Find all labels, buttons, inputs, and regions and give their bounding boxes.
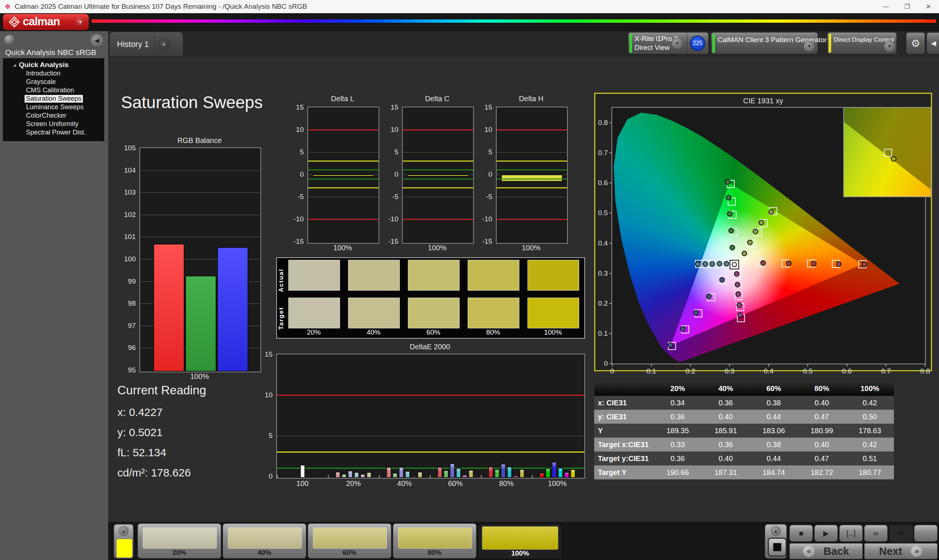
table-value-cell: 178.63 bbox=[846, 424, 894, 438]
bottom-bar: ▲ 20%40%60%80%100% ▲ ■▶[‥]∞⟳ « Back Next… bbox=[108, 522, 939, 560]
cie-measured-cyan bbox=[724, 261, 729, 266]
table-value-cell: 0.44 bbox=[750, 410, 798, 424]
top-strip: calman ▼ bbox=[0, 13, 939, 31]
close-button[interactable]: ✕ bbox=[918, 0, 939, 13]
delta_l-ytick-label: 0 bbox=[288, 171, 304, 178]
range-button[interactable]: [‥] bbox=[839, 525, 863, 542]
sidebar-item-saturation-sweeps[interactable]: Saturation Sweeps bbox=[3, 95, 104, 103]
logo-dropdown-icon[interactable]: ▼ bbox=[76, 17, 85, 27]
deltae-group-20% bbox=[328, 354, 379, 478]
sidebar-item-label: CMS Calibration bbox=[25, 86, 76, 94]
current-reading-y: y: 0.5021 bbox=[117, 426, 162, 439]
deltae-group-label: 100% bbox=[532, 479, 583, 488]
left-sidebar: ◀ Quick Analysis NBC sRGB ◢Quick Analysi… bbox=[0, 31, 108, 560]
sidebar-handle-icon[interactable] bbox=[5, 35, 15, 45]
delta_h-ytick-label: 0 bbox=[476, 171, 492, 178]
add-tab-button[interactable]: + bbox=[157, 38, 171, 51]
cie-ytick-label: 0.8 bbox=[593, 119, 608, 127]
settings-gear-button[interactable]: ⚙ bbox=[906, 32, 925, 54]
deltae-bar bbox=[341, 474, 347, 478]
blank-button[interactable] bbox=[914, 525, 937, 542]
collapse-sidebar-button[interactable]: ◀ bbox=[91, 34, 103, 46]
pattern-chip-20% bbox=[143, 528, 217, 549]
sidebar-item-screen-uniformity[interactable]: Screen Uniformity bbox=[3, 120, 104, 128]
sidebar-item-colorchecker[interactable]: ColorChecker bbox=[3, 111, 104, 120]
expand-transport-button[interactable]: ▲ bbox=[771, 526, 781, 536]
table-header-cell: 20% bbox=[654, 381, 702, 396]
deltae-bar bbox=[348, 471, 353, 478]
sidebar-item-label: Luminance Sweeps bbox=[25, 103, 85, 111]
sidebar-item-grayscale[interactable]: Grayscale bbox=[3, 78, 104, 86]
pattern-button-40%[interactable]: 40% bbox=[223, 523, 306, 558]
next-button[interactable]: Next » bbox=[864, 543, 937, 559]
pattern-button-80%[interactable]: 80% bbox=[393, 523, 476, 558]
sidebar-item-luminance-sweeps[interactable]: Luminance Sweeps bbox=[3, 103, 104, 111]
current-pattern-swatch[interactable] bbox=[116, 538, 133, 558]
restore-button[interactable]: ❐ bbox=[896, 0, 918, 13]
tab-history-1[interactable]: History 1 + bbox=[110, 32, 183, 56]
rgb-balance-x-label: 100% bbox=[139, 372, 260, 381]
pattern-button-label: 80% bbox=[393, 549, 476, 557]
deltae-group-100 bbox=[277, 354, 328, 478]
table-row: x: CIE310.340.360.380.400.42 bbox=[594, 396, 894, 410]
meter-dropdown[interactable]: X-Rite i1Pro 2 Direct View ▼ 225 bbox=[628, 32, 709, 54]
calman-menu-button[interactable]: calman ▼ bbox=[3, 14, 89, 30]
cie-ytick-label: 0.3 bbox=[593, 269, 608, 277]
next-label: Next bbox=[879, 545, 902, 557]
target-swatch-20% bbox=[288, 298, 340, 328]
sidebar-item-label: Saturation Sweeps bbox=[25, 95, 83, 103]
display-control-dropdown-icon[interactable]: ▼ bbox=[884, 41, 895, 52]
pattern-button-label: 100% bbox=[478, 549, 562, 557]
deltae-group-40% bbox=[379, 354, 430, 478]
delta_l-red-limit-line bbox=[308, 219, 379, 220]
swatch-column-label: 100% bbox=[527, 328, 578, 337]
rgb-ytick-label: 105 bbox=[120, 144, 136, 152]
display-control-dropdown[interactable]: Direct Display Control ▼ bbox=[827, 32, 897, 54]
delta_c-green-limit-line bbox=[403, 178, 473, 180]
pattern-button-100%[interactable]: 100% bbox=[478, 523, 562, 559]
loop-button[interactable]: ∞ bbox=[864, 525, 888, 542]
pattern-generator-dropdown-icon[interactable]: ▼ bbox=[804, 41, 815, 52]
table-value-cell: 0.40 bbox=[702, 452, 750, 465]
table-row: Y189.35185.91183.06180.99178.63 bbox=[594, 424, 894, 438]
app-icon: ❖ bbox=[5, 2, 11, 11]
cie-xtick bbox=[807, 363, 808, 366]
collapse-left-icon: ◀ bbox=[931, 39, 936, 47]
table-row-label: Target x:CIE31 bbox=[594, 438, 654, 452]
stop-button[interactable]: ■ bbox=[789, 525, 813, 542]
deltae-chart: 05101510020%40%60%80%100% bbox=[276, 354, 585, 478]
pattern-chip-100% bbox=[482, 526, 558, 550]
pattern-generator-dropdown[interactable]: CalMAN Client 3 Pattern Generator ▼ bbox=[711, 32, 818, 54]
tab-bar: History 1 + X-Rite i1Pro 2 Direct View ▼… bbox=[108, 31, 939, 57]
rgb-ytick-label: 100 bbox=[120, 255, 136, 263]
actual-swatch-60% bbox=[408, 260, 459, 291]
meter-dropdown-icon[interactable]: ▼ bbox=[672, 38, 683, 49]
sidebar-item-cms-calibration[interactable]: CMS Calibration bbox=[3, 86, 104, 95]
pattern-button-60%[interactable]: 60% bbox=[308, 523, 392, 558]
back-button[interactable]: « Back bbox=[789, 543, 863, 559]
collapse-right-panel-button[interactable]: ◀ bbox=[927, 32, 939, 54]
pattern-window-button[interactable] bbox=[768, 538, 787, 557]
tree-expander-icon[interactable]: ◢ bbox=[13, 63, 16, 68]
deltae-xtick bbox=[328, 475, 328, 478]
table-row: y: CIE310.360.400.440.470.50 bbox=[594, 410, 894, 424]
table-row-label: Y bbox=[594, 424, 654, 438]
sidebar-item-label: ColorChecker bbox=[25, 112, 68, 120]
sidebar-item-spectral-power-dist-[interactable]: Spectral Power Dist. bbox=[3, 128, 104, 137]
expand-pattern-tray-button[interactable]: ▲ bbox=[119, 526, 129, 536]
delta_c-ytick-label: 0 bbox=[382, 171, 398, 178]
cie-xtick-label: 0 bbox=[604, 367, 620, 375]
play-button[interactable]: ▶ bbox=[814, 525, 838, 542]
minimize-button[interactable]: — bbox=[875, 0, 896, 13]
sidebar-item-introduction[interactable]: Introduction bbox=[3, 69, 104, 78]
delta_l-ytick-label: 5 bbox=[288, 148, 304, 156]
tab-divider bbox=[154, 32, 154, 56]
meter-reading-badge[interactable]: 225 bbox=[690, 35, 705, 51]
pattern-button-20%[interactable]: 20% bbox=[137, 523, 221, 558]
refresh-button[interactable]: ⟳ bbox=[889, 525, 913, 542]
table-header-cell: 100% bbox=[846, 381, 894, 396]
rgb-ytick-label: 98 bbox=[120, 299, 136, 308]
pattern-generator-status-indicator bbox=[712, 34, 715, 53]
tree-root-quick-analysis[interactable]: ◢Quick Analysis bbox=[3, 60, 104, 69]
cie-1931-panel[interactable]: CIE 1931 xy 00.10.20.30.40.50.60.70.800.… bbox=[594, 93, 932, 371]
